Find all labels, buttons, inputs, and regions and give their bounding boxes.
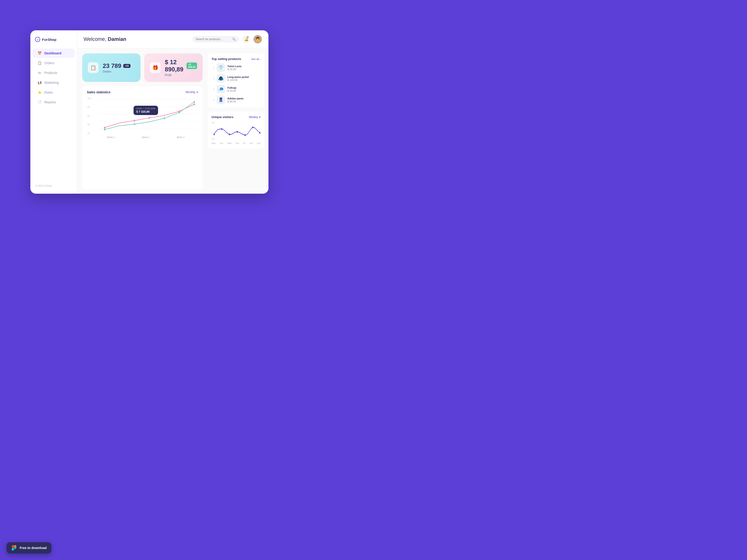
- svg-point-14: [164, 117, 165, 119]
- chart-area: 100 80 60 40 20: [87, 97, 198, 144]
- search-icon[interactable]: 🔍: [232, 37, 236, 41]
- sidebar-item-products[interactable]: 🛍 Products: [33, 68, 75, 77]
- tooltip-value: $ 7 320,89: [136, 110, 155, 113]
- outer-wrapper: ◎ ForShop 📅 Dashboard 📋 Orders 🛍 Product…: [21, 21, 278, 203]
- sidebar-item-marketing[interactable]: 📢 Marketing: [33, 78, 75, 87]
- content-area: 📋 23 789 +20 Orders 🎁: [77, 48, 268, 194]
- sidebar-item-label: Dashboard: [44, 51, 61, 55]
- sidebar-nav: 📅 Dashboard 📋 Orders 🛍 Products 📢 Market…: [30, 49, 77, 181]
- chevron-right-icon: ›: [260, 58, 260, 60]
- see-all-button[interactable]: See all ›: [251, 58, 260, 60]
- svg-point-22: [252, 127, 253, 128]
- welcome-heading: Welcome, Damian: [83, 36, 126, 42]
- visitors-x-labels: Mon Tue Wed Thu Fri Sat Sun: [211, 142, 260, 144]
- sidebar: ◎ ForShop 📅 Dashboard 📋 Orders 🛍 Product…: [30, 30, 77, 194]
- notification-button[interactable]: 🔔: [242, 35, 250, 43]
- svg-point-16: [194, 101, 195, 103]
- main-content: Welcome, Damian 🔍 🔔 👨: [77, 30, 268, 194]
- profit-stat-icon: 🎁: [150, 62, 161, 73]
- orders-stat-icon: 📋: [88, 62, 99, 73]
- profit-label: Profit: [165, 74, 197, 77]
- orders-badge: +20: [123, 64, 130, 68]
- search-bar[interactable]: 🔍: [192, 36, 239, 43]
- svg-point-5: [104, 127, 105, 129]
- logo-icon: ◎: [35, 37, 40, 42]
- profit-value: $ 12 890,89 +$ 840.00: [165, 59, 197, 73]
- orders-label: Orders: [103, 70, 135, 73]
- avatar[interactable]: 👨: [254, 35, 262, 44]
- product-image: 👖: [216, 96, 225, 104]
- chart-x-labels: Week 1 Week 2 Week 3: [87, 136, 198, 139]
- sidebar-footer: © 2020 ForShop: [30, 181, 77, 187]
- svg-point-15: [179, 111, 180, 113]
- profit-badge: +$ 840.00: [186, 62, 197, 69]
- orders-icon: 📋: [37, 61, 42, 65]
- product-info: Long jeans jacket $ 129,99: [227, 76, 260, 81]
- product-image: 🧢: [216, 85, 225, 93]
- svg-point-19: [229, 133, 230, 135]
- visitors-title: Unique visitors: [211, 115, 233, 119]
- sidebar-item-reports[interactable]: 📄 Reports: [33, 98, 75, 107]
- product-image: 👕: [216, 63, 225, 72]
- marketing-icon: 📢: [37, 80, 42, 85]
- dashboard-icon: 📅: [37, 51, 42, 55]
- product-list: 1 👕 Tshirt Levis $ 49,99 2 🧥: [211, 63, 260, 104]
- visitors-card: Unique visitors Weekly ▾ 50K 25K: [208, 111, 264, 149]
- header: Welcome, Damian 🔍 🔔 👨: [77, 30, 268, 48]
- sales-chart-container: Sales statistics Monthly ▾ 100 80: [82, 86, 203, 189]
- sidebar-item-label: Marketing: [44, 81, 59, 84]
- top-selling-card: Top selling products See all › 1 👕: [208, 53, 264, 108]
- dashboard-card: ◎ ForShop 📅 Dashboard 📋 Orders 🛍 Product…: [30, 30, 268, 194]
- chart-tooltip: 10.06 — 17.01.2020 $ 7 320,89: [133, 106, 158, 115]
- notification-dot: [247, 36, 249, 38]
- search-input[interactable]: [196, 37, 230, 41]
- svg-point-17: [213, 133, 214, 135]
- chevron-down-icon: ▾: [197, 90, 198, 94]
- chart-header: Sales statistics Monthly ▾: [87, 90, 198, 94]
- svg-point-13: [149, 121, 150, 123]
- sidebar-item-label: Products: [44, 71, 57, 75]
- chart-y-labels: 100 80 60 40 20: [87, 97, 91, 135]
- svg-point-20: [237, 131, 238, 133]
- product-item: 2 🧥 Long jeans jacket $ 129,99: [211, 74, 260, 83]
- tooltip-date: 10.06 — 17.01.2020: [136, 107, 155, 110]
- svg-point-12: [134, 123, 135, 125]
- svg-point-7: [149, 117, 150, 119]
- visitors-header: Unique visitors Weekly ▾: [211, 115, 260, 119]
- product-item: 3 🧢 Fullcap $ 20,99: [211, 85, 260, 93]
- svg-point-23: [259, 132, 260, 134]
- logo-text: ForShop: [42, 37, 56, 42]
- stats-row: 📋 23 789 +20 Orders 🎁: [82, 53, 203, 82]
- top-selling-header: Top selling products See all ›: [211, 57, 260, 61]
- chevron-down-icon: ▾: [259, 115, 260, 119]
- chart-title: Sales statistics: [87, 90, 110, 94]
- reports-icon: 📄: [37, 100, 42, 104]
- visitors-filter-dropdown[interactable]: Weekly ▾: [249, 115, 260, 119]
- product-item: 1 👕 Tshirt Levis $ 49,99: [211, 63, 260, 72]
- sidebar-item-rates[interactable]: ⭐ Rates: [33, 88, 75, 97]
- right-panel: Top selling products See all › 1 👕: [208, 48, 268, 194]
- sidebar-logo: ◎ ForShop: [30, 37, 77, 49]
- product-info: Tshirt Levis $ 49,99: [227, 65, 260, 71]
- sidebar-item-label: Orders: [44, 61, 54, 65]
- left-panel: 📋 23 789 +20 Orders 🎁: [77, 48, 208, 194]
- rates-icon: ⭐: [37, 90, 42, 95]
- profit-stat-card: 🎁 $ 12 890,89 +$ 840.00 Profit: [144, 53, 203, 82]
- orders-stat-info: 23 789 +20 Orders: [103, 62, 135, 73]
- svg-point-8: [164, 114, 165, 116]
- sidebar-item-dashboard[interactable]: 📅 Dashboard: [33, 49, 75, 58]
- profit-stat-info: $ 12 890,89 +$ 840.00 Profit: [165, 59, 197, 77]
- svg-point-6: [134, 120, 135, 122]
- sidebar-item-label: Rates: [44, 90, 53, 94]
- orders-stat-card: 📋 23 789 +20 Orders: [82, 53, 140, 82]
- visitors-chart-svg: [211, 122, 260, 140]
- visitors-chart-area: 50K 25K: [211, 122, 260, 145]
- product-image: 🧥: [216, 74, 225, 83]
- orders-value: 23 789 +20: [103, 62, 135, 70]
- product-item: 4 👖 Adidas pants $ 89,99: [211, 96, 260, 104]
- product-info: Fullcap $ 20,99: [227, 86, 260, 92]
- svg-point-21: [244, 134, 246, 136]
- sidebar-item-orders[interactable]: 📋 Orders: [33, 58, 75, 68]
- products-icon: 🛍: [37, 71, 42, 75]
- chart-filter-dropdown[interactable]: Monthly ▾: [186, 90, 198, 94]
